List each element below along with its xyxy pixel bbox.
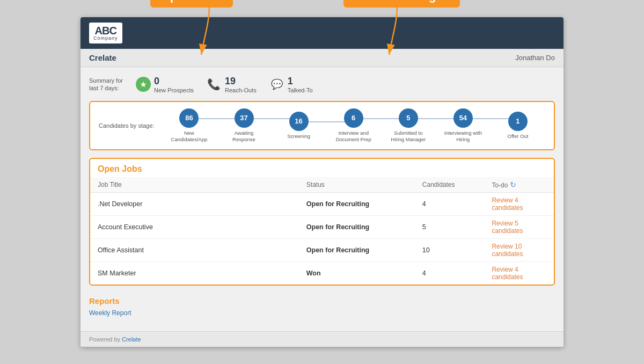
job-status-cell: Open for Recruiting (299, 193, 415, 216)
stage-item[interactable]: 6 Interview and Document Prep (326, 108, 381, 143)
callout-workflow-label: Workflow Stages (354, 0, 449, 3)
stage-item[interactable]: 5 Submitted to Hiring Manager (381, 108, 436, 143)
job-status-cell: Open for Recruiting (299, 216, 415, 239)
stage-label: Submitted to Hiring Manager (387, 130, 430, 143)
job-title-cell: Account Executive (90, 216, 299, 239)
jobs-table: Job Title Status Candidates To-do ↻ .Net… (90, 177, 554, 285)
user-name: Jonathan Do (515, 54, 555, 62)
reach-outs-label: Reach-Outs (225, 87, 257, 93)
talked-to-count: 1 (288, 76, 313, 87)
new-prospects-count: 0 (154, 76, 194, 87)
table-row[interactable]: SM Marketer Won 4 Review 4 candidates (90, 262, 554, 285)
reach-outs-count: 19 (225, 76, 257, 87)
weekly-report-link[interactable]: Weekly Report (89, 309, 131, 317)
stage-label: Awaiting Response (223, 130, 266, 143)
table-row[interactable]: Account Executive Open for Recruiting 5 … (90, 216, 554, 239)
stage-label: Interviewing with Hiring (442, 130, 485, 143)
summary-bar: Summary for last 7 days: ★ 0 New Prospec… (89, 76, 555, 93)
stage-item[interactable]: 37 Awaiting Response (216, 108, 271, 143)
header: ABC Company (80, 17, 564, 49)
logo-company: Company (93, 36, 118, 41)
stage-label: Offer Out (508, 133, 529, 140)
review-candidates-link[interactable]: Review 10 candidates (492, 243, 523, 258)
stage-item[interactable]: 86 New Candidates/App (162, 108, 216, 143)
review-candidates-link[interactable]: Review 5 candidates (492, 220, 523, 235)
powered-by-text: Powered by (89, 336, 120, 343)
sub-header: Crelate Jonathan Do (80, 49, 564, 67)
job-candidates-cell: 4 (415, 193, 485, 216)
content-area: Summary for last 7 days: ★ 0 New Prospec… (80, 67, 564, 332)
job-todo-cell: Review 5 candidates (484, 216, 554, 239)
review-candidates-link[interactable]: Review 4 candidates (492, 196, 523, 212)
job-todo-cell: Review 10 candidates (484, 239, 554, 262)
stage-bubble: 16 (289, 112, 309, 131)
col-header-job-title: Job Title (90, 177, 299, 193)
job-todo-cell: Review 4 candidates (484, 193, 554, 216)
job-title-cell: .Net Developer (90, 193, 299, 216)
col-header-todo: To-do ↻ (484, 177, 554, 193)
job-status-cell: Won (299, 262, 415, 285)
summary-item-talked-to: 💬 1 Talked-To (269, 76, 313, 93)
logo-abc: ABC (95, 25, 116, 36)
summary-label: Summary for last 7 days: (89, 77, 123, 92)
workflow-stages-section: Candidates by stage: 86 New Candidates/A… (89, 101, 555, 151)
open-jobs-section: Open Jobs Job Title Status Candidates To… (89, 158, 555, 286)
job-todo-cell: Review 4 candidates (484, 262, 554, 285)
table-row[interactable]: .Net Developer Open for Recruiting 4 Rev… (90, 193, 554, 216)
app-container: ABC Company Crelate Jonathan Do Summary … (80, 17, 564, 347)
stage-bubble: 6 (344, 108, 363, 128)
job-candidates-cell: 5 (415, 216, 485, 239)
review-candidates-link[interactable]: Review 4 candidates (492, 266, 523, 281)
job-title-cell: Office Assistant (90, 239, 299, 262)
stage-item[interactable]: 16 Screening (272, 112, 326, 140)
callout-workflow-stages: Workflow Stages (343, 0, 460, 8)
talked-to-label: Talked-To (288, 87, 313, 93)
summary-item-reach-outs: 📞 19 Reach-Outs (207, 76, 257, 93)
job-candidates-cell: 10 (415, 239, 485, 262)
job-status-cell: Open for Recruiting (299, 239, 415, 262)
new-prospects-label: New Prospects (154, 87, 194, 93)
reach-outs-icon: 📞 (207, 77, 222, 92)
stage-item[interactable]: 54 Interviewing with Hiring (436, 108, 491, 143)
stage-label: Interview and Document Prep (332, 130, 375, 143)
callout-open-jobs-label: Open Jobs (161, 0, 222, 3)
stages-list: 86 New Candidates/App 37 Awaiting Respon… (162, 108, 545, 143)
reports-title: Reports (89, 296, 555, 305)
stage-label: Screening (287, 133, 310, 140)
refresh-icon[interactable]: ↻ (510, 180, 516, 189)
footer: Powered by Crelate (80, 331, 564, 347)
summary-item-new-prospects: ★ 0 New Prospects (136, 76, 194, 93)
app-title: Crelate (89, 53, 116, 62)
stage-bubble: 37 (235, 108, 254, 128)
candidates-by-stage-label: Candidates by stage: (99, 122, 154, 129)
jobs-table-header: Job Title Status Candidates To-do ↻ (90, 177, 554, 193)
stage-bubble: 1 (508, 112, 528, 131)
table-row[interactable]: Office Assistant Open for Recruiting 10 … (90, 239, 554, 262)
talked-to-icon: 💬 (269, 77, 284, 92)
stage-label: New Candidates/App (167, 130, 210, 143)
job-candidates-cell: 4 (415, 262, 485, 285)
open-jobs-title: Open Jobs (90, 159, 554, 177)
jobs-table-body: .Net Developer Open for Recruiting 4 Rev… (90, 193, 554, 285)
logo: ABC Company (89, 23, 122, 43)
stage-item[interactable]: 1 Offer Out (491, 112, 545, 140)
crelate-link[interactable]: Crelate (122, 336, 141, 343)
callout-open-jobs: Open Jobs (150, 0, 233, 8)
job-title-cell: SM Marketer (90, 262, 299, 285)
col-header-candidates: Candidates (415, 177, 485, 193)
stage-bubble: 54 (453, 108, 473, 128)
stage-bubble: 5 (399, 108, 418, 128)
reports-section: Reports Weekly Report (89, 293, 555, 323)
col-header-status: Status (299, 177, 415, 193)
new-prospects-icon: ★ (136, 77, 151, 92)
stage-bubble: 86 (179, 108, 199, 128)
